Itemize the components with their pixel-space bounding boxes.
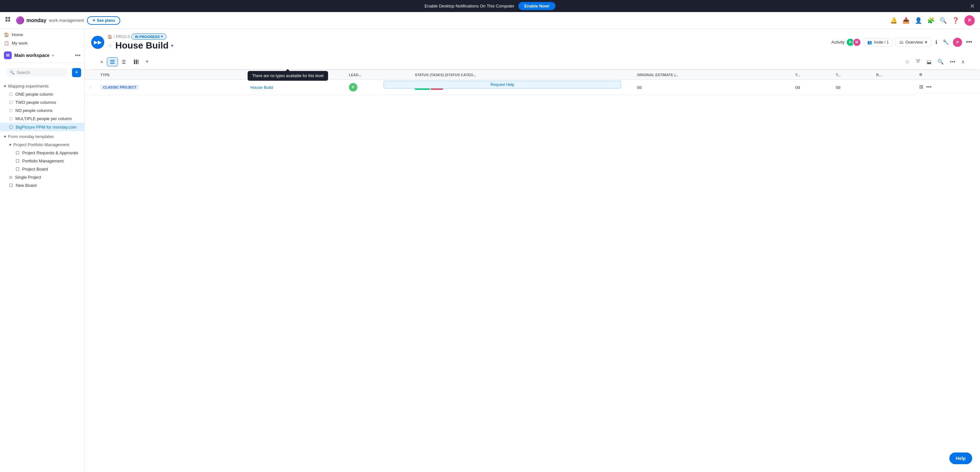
info-icon[interactable]: ℹ (934, 38, 939, 46)
col-t2: T... (832, 70, 872, 80)
row-grid-icon[interactable]: ⊞ (919, 84, 923, 90)
toolbar-star-btn[interactable]: ☆ (903, 57, 912, 66)
active-board-icon: ⬡ (9, 124, 13, 130)
sidebar-item-project-board[interactable]: ☐ Project Board (0, 165, 84, 173)
notification-bar: Enable Desktop Notifications On This Com… (0, 0, 980, 12)
project-more-icon[interactable]: ••• (965, 38, 974, 47)
subsection-portfolio-management-header[interactable]: ▾ Project Portfolio Management (0, 141, 84, 149)
sidebar-item-portfolio-management[interactable]: ☐ Portfolio Management (0, 157, 84, 165)
project-title-row: ▶▶ 🏠 / PROJ-5 IN PROGRESS ▾ ☆ (91, 33, 974, 51)
star-plans-icon: ✦ (92, 18, 95, 23)
svg-rect-0 (6, 17, 8, 19)
section-templates-arrow: ▾ (4, 134, 6, 139)
row-name-cell[interactable]: House Build (246, 80, 345, 95)
overview-button[interactable]: 🗂 Overview ▾ (895, 38, 931, 47)
breadcrumb-home-icon[interactable]: 🏠 (108, 35, 112, 39)
play-button[interactable]: ▶▶ (91, 36, 104, 49)
inbox-icon[interactable]: 📥 (902, 17, 910, 24)
workspace-more-icon[interactable]: ••• (75, 52, 81, 58)
toolbar-download-btn[interactable]: ⬓ (924, 57, 934, 66)
svg-rect-9 (122, 63, 126, 64)
svg-rect-6 (110, 63, 115, 64)
status-badge[interactable]: IN PROGRESS ▾ (131, 33, 167, 40)
my-work-icon: 📋 (4, 41, 9, 46)
sidebar-item-single-project[interactable]: ⊞ Single Project (0, 173, 84, 181)
toolbar-view-btn-2[interactable] (119, 58, 130, 66)
sidebar-item-multiple-people[interactable]: ☐ MULTIPLE people per column (0, 115, 84, 123)
toolbar-view-btn-1[interactable] (107, 57, 118, 67)
toolbar-search-btn[interactable]: 🔍 (935, 57, 946, 66)
sidebar-item-one-people[interactable]: ☐ ONE people column (0, 90, 84, 98)
col-status: STATUS (TASKS) [STATUS CATEG... (411, 70, 633, 80)
enable-now-button[interactable]: Enable Now! (519, 2, 555, 10)
col-original-est: ORIGINAL ESTIMATE (... (633, 70, 791, 80)
close-notif-icon[interactable]: ✕ (970, 3, 975, 10)
col-settings[interactable]: ⚙ (915, 70, 980, 80)
request-help-button[interactable]: Request Help (383, 81, 621, 89)
project-title-dropdown-icon[interactable]: ▾ (171, 43, 173, 48)
svg-rect-11 (136, 60, 137, 64)
nav-bar: 🟣 monday work management ✦ See plans 🔔 📥… (0, 12, 980, 29)
svg-rect-5 (110, 62, 115, 62)
toolbar-collapse-btn[interactable]: ∧ (959, 57, 967, 66)
sidebar-item-no-people[interactable]: ☐ NO people columns (0, 106, 84, 115)
see-plans-button[interactable]: ✦ See plans (87, 16, 120, 25)
sidebar-workspace-header: M Main workspace ▾ ••• (0, 48, 84, 63)
monday-logo-text: monday (26, 17, 46, 24)
row-name-link[interactable]: House Build (250, 85, 273, 90)
row-more-icon[interactable]: ••• (926, 84, 931, 90)
project-star-icon[interactable]: ☆ (108, 42, 113, 49)
svg-rect-7 (122, 60, 126, 60)
help-button[interactable]: Help (950, 453, 972, 464)
section-templates-header[interactable]: ▾ From monday templates (0, 133, 84, 141)
sidebar-search-bar[interactable]: 🔍 Search (6, 68, 67, 77)
search-nav-icon[interactable]: 🔍 (940, 17, 947, 24)
subsection-label: Project Portfolio Management (13, 142, 69, 147)
toolbar-view-btn-3[interactable] (131, 58, 142, 66)
toolbar-list-icon[interactable]: ≡ (98, 58, 105, 66)
type-badge: CLASSIC PROJECT (100, 85, 139, 90)
row-type-cell: CLASSIC PROJECT (96, 80, 246, 95)
col-lead: LEAD... (345, 70, 411, 80)
overview-icon: 🗂 (899, 40, 904, 44)
section-mapping-experiments-header[interactable]: ▾ Mapping experiments (0, 82, 84, 90)
item-label: MULTIPLE people per column (15, 116, 72, 121)
toolbar-more-btn[interactable]: ••• (948, 58, 957, 66)
apps-icon[interactable]: 🧩 (927, 17, 934, 24)
app-layout: 🏠 Home 📋 My work M Main workspace ▾ ••• … (0, 29, 980, 472)
user-avatar[interactable]: P (964, 15, 975, 26)
see-plans-label: See plans (97, 18, 115, 23)
invite-button[interactable]: 👥 Invite / 1 (864, 38, 892, 46)
sidebar-item-bigpicture[interactable]: ⬡ BigPicture PPM for monday.com (0, 123, 84, 131)
row-original-est-cell: 0d (633, 80, 791, 95)
sidebar-item-new-board[interactable]: ☐ New Board (0, 181, 84, 190)
workspace-name-label: Main workspace (14, 53, 49, 58)
sidebar-item-two-people[interactable]: ☐ TWO people columns (0, 98, 84, 106)
svg-rect-1 (8, 17, 10, 19)
col-t1: T... (791, 70, 832, 80)
help-nav-icon[interactable]: ❓ (952, 17, 959, 24)
sidebar-item-requests-approvals[interactable]: ☐ Project Requests & Approvals (0, 149, 84, 157)
row-t1-cell: 0d (791, 80, 832, 95)
sidebar-item-my-work[interactable]: 📋 My work (0, 39, 84, 48)
add-button[interactable]: + (72, 68, 81, 77)
status-arrow: ▾ (161, 35, 163, 39)
invite-label: Invite / 1 (874, 40, 889, 44)
toolbar-add-btn[interactable]: + (143, 57, 151, 67)
toolbar-filter-btn[interactable] (913, 57, 923, 67)
workspace-badge: M (4, 51, 12, 59)
board-icon-multiple: ☐ (9, 117, 13, 121)
row-fav-cell[interactable]: ☆ (85, 80, 96, 95)
item-label: Project Board (22, 167, 48, 171)
notifications-icon[interactable]: 🔔 (890, 17, 897, 24)
section-from-templates: ▾ From monday templates ▾ Project Portfo… (0, 133, 84, 191)
invite-icon[interactable]: 👤 (915, 17, 922, 24)
sidebar-item-home[interactable]: 🏠 Home (0, 29, 84, 39)
svg-rect-10 (134, 60, 135, 64)
main-content: ▶▶ 🏠 / PROJ-5 IN PROGRESS ▾ ☆ (85, 29, 980, 472)
apps-grid-icon[interactable] (5, 17, 11, 24)
row-r-cell (872, 80, 915, 95)
project-user-avatar[interactable]: P (953, 38, 962, 47)
workspace-name[interactable]: M Main workspace ▾ (4, 51, 54, 59)
wrench-icon[interactable]: 🔧 (941, 38, 950, 46)
